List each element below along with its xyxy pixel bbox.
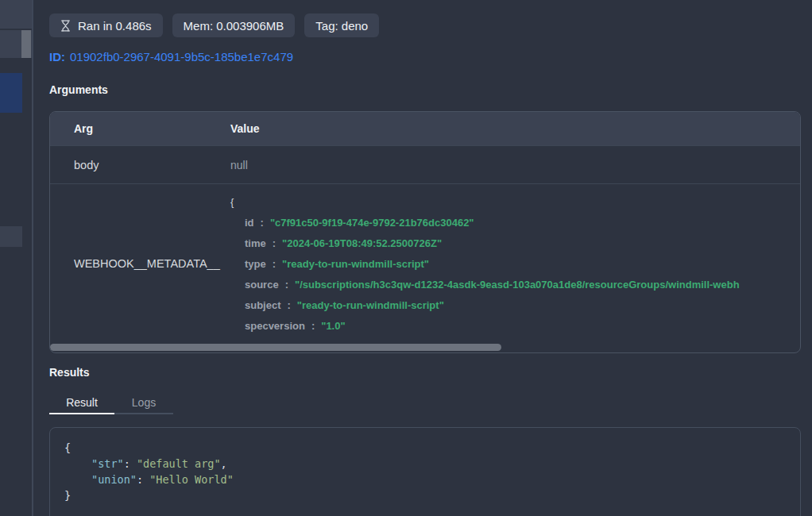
object-colon: : [288, 299, 291, 311]
code-open-brace: { [64, 440, 786, 456]
object-value: "ready-to-run-windmill-script" [282, 258, 429, 270]
code-line: "union": "Hello World" [64, 472, 786, 487]
code-comma: , [221, 457, 227, 470]
job-id-label: ID: [49, 50, 65, 64]
sidebar-divider [32, 0, 33, 516]
object-entry: source:"/subscriptions/h3c3qw-d1232-4asd… [230, 275, 800, 295]
object-colon: : [285, 279, 288, 291]
results-tabs: Result Logs [49, 392, 173, 414]
sidebar-item[interactable] [0, 0, 32, 29]
job-id-line: ID:01902fb0-2967-4091-9b5c-185be1e7c479 [49, 50, 293, 64]
hourglass-icon [60, 20, 71, 32]
code-line: "str": "default arg", [64, 456, 786, 472]
code-separator: : [124, 457, 137, 470]
code-separator: : [137, 473, 149, 486]
arguments-title: Arguments [49, 83, 108, 96]
badge-tag-label: Tag: deno [315, 19, 368, 33]
horizontal-scrollbar[interactable] [50, 342, 800, 352]
object-key[interactable]: id [245, 217, 254, 229]
column-header-value: Value [207, 122, 800, 135]
object-key[interactable]: source [245, 279, 279, 291]
arguments-table: Arg Value body null WEBHOOK__METADATA__ … [49, 111, 801, 353]
object-entry: id:"c7f91c50-9f19-474e-9792-21b76dc30462… [230, 213, 800, 233]
arg-value-body: null [207, 159, 800, 171]
object-entry: time:"2024-06-19T08:49:52.2500726Z" [230, 233, 800, 254]
object-colon: : [273, 258, 276, 270]
badge-tag: Tag: deno [304, 13, 379, 37]
object-colon: : [273, 237, 276, 249]
object-value: "2024-06-19T08:49:52.2500726Z" [282, 237, 442, 249]
badge-memory-label: Mem: 0.003906MB [184, 19, 284, 33]
object-entry: specversion:"1.0" [230, 316, 800, 337]
code-key: "union" [91, 473, 137, 486]
badge-memory: Mem: 0.003906MB [172, 13, 296, 37]
object-colon: : [311, 320, 315, 332]
arg-name-webhook-metadata: WEBHOOK__METADATA__ [74, 257, 220, 270]
object-key[interactable]: type [245, 258, 266, 270]
code-string: "default arg" [137, 457, 221, 470]
sidebar-scrollbar-thumb[interactable] [21, 30, 31, 58]
arguments-table-header: Arg Value [50, 112, 800, 145]
object-key[interactable]: specversion [245, 320, 305, 332]
sidebar-item-active[interactable] [0, 73, 22, 113]
table-row-webhook-metadata: WEBHOOK__METADATA__ { id:"c7f91c50-9f19-… [50, 183, 800, 342]
object-viewer: { id:"c7f91c50-9f19-474e-9792-21b76dc304… [230, 192, 800, 337]
object-value: "/subscriptions/h3c3qw-d1232-4asdk-9easd… [295, 279, 740, 291]
object-entry: type:"ready-to-run-windmill-script" [230, 254, 800, 275]
sidebar [0, 0, 32, 516]
sidebar-item[interactable] [0, 226, 22, 247]
object-value: "ready-to-run-windmill-script" [297, 299, 444, 311]
object-value: "c7f91c50-9f19-474e-9792-21b76dc30462" [270, 217, 474, 229]
code-string: "Hello World" [149, 473, 234, 486]
object-key[interactable]: time [245, 237, 266, 249]
results-title: Results [49, 366, 90, 379]
object-colon: : [261, 217, 264, 229]
tab-logs[interactable]: Logs [114, 392, 173, 414]
job-detail-panel: Ran in 0.486s Mem: 0.003906MB Tag: deno … [49, 0, 801, 516]
object-key[interactable]: subject [245, 299, 281, 311]
badge-run-time: Ran in 0.486s [49, 13, 163, 37]
tab-result[interactable]: Result [49, 392, 114, 414]
result-code-block: { "str": "default arg", "union": "Hello … [49, 427, 801, 516]
code-close-brace: } [64, 487, 786, 503]
object-value: "1.0" [321, 320, 345, 332]
badge-run-time-label: Ran in 0.486s [78, 19, 152, 33]
object-entry: subject:"ready-to-run-windmill-script" [230, 295, 800, 316]
object-open-brace: { [230, 192, 800, 213]
job-badges: Ran in 0.486s Mem: 0.003906MB Tag: deno [49, 13, 379, 37]
code-key: "str" [91, 457, 124, 470]
horizontal-scrollbar-thumb[interactable] [50, 344, 501, 351]
arg-name-body: body [50, 159, 207, 171]
table-row-body: body null [50, 145, 800, 183]
column-header-arg: Arg [50, 122, 207, 135]
job-id-value[interactable]: 01902fb0-2967-4091-9b5c-185be1e7c479 [70, 50, 293, 64]
